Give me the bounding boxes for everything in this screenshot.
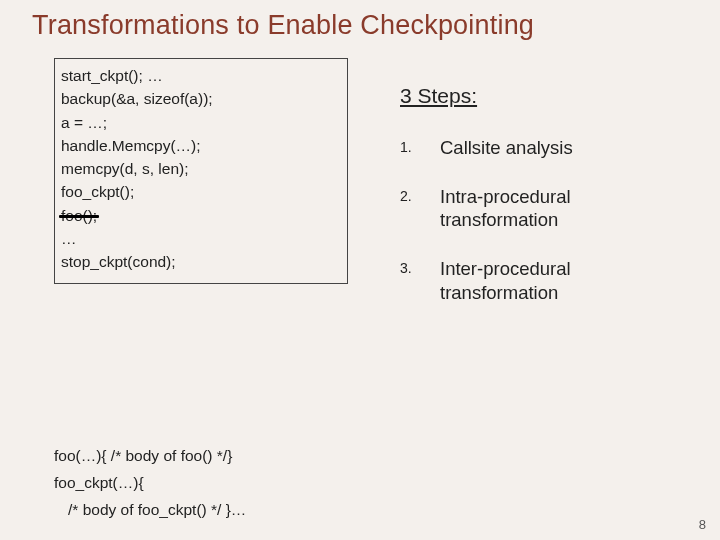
page-number: 8	[699, 517, 706, 532]
code-line-struck: foo();	[61, 208, 341, 224]
step-item: Intra-procedural transformation	[400, 185, 690, 231]
code-box: start_ckpt(); … backup(&a, sizeof(a)); a…	[54, 58, 348, 284]
steps-heading: 3 Steps:	[400, 84, 690, 108]
steps-list: Callsite analysis Intra-procedural trans…	[400, 136, 690, 304]
code-line: start_ckpt(); …	[61, 68, 341, 84]
step-item: Callsite analysis	[400, 136, 690, 159]
code-line: …	[61, 231, 341, 247]
code-line: /* body of foo_ckpt() */ }…	[54, 501, 364, 519]
code-line: backup(&a, sizeof(a));	[61, 91, 341, 107]
code-line: stop_ckpt(cond);	[61, 254, 341, 270]
code-line: a = …;	[61, 115, 341, 131]
code-line: foo_ckpt();	[61, 184, 341, 200]
code-line: foo_ckpt(…){	[54, 474, 364, 492]
code-line: foo(…){ /* body of foo() */}	[54, 447, 364, 465]
steps-column: 3 Steps: Callsite analysis Intra-procedu…	[400, 84, 690, 330]
lower-code-block: foo(…){ /* body of foo() */} foo_ckpt(…)…	[54, 438, 364, 528]
slide-title: Transformations to Enable Checkpointing	[32, 10, 720, 41]
step-item: Inter-procedural transformation	[400, 257, 690, 303]
code-line: memcpy(d, s, len);	[61, 161, 341, 177]
code-line: handle.Memcpy(…);	[61, 138, 341, 154]
